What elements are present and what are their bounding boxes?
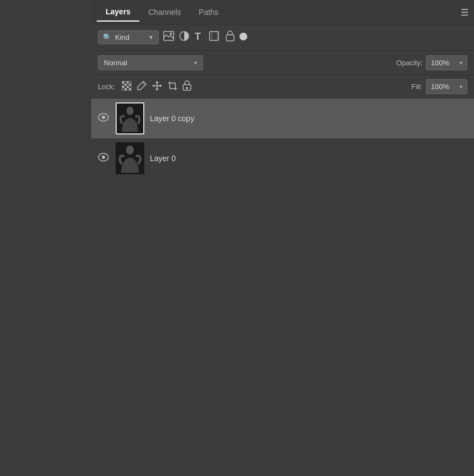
- tabs-bar: Layers Channels Paths ☰: [91, 0, 474, 24]
- svg-point-20: [127, 107, 134, 115]
- left-sidebar: [0, 0, 91, 476]
- svg-rect-10: [129, 84, 131, 86]
- opacity-label: Opacity:: [396, 59, 423, 67]
- svg-rect-14: [129, 88, 131, 90]
- svg-point-24: [126, 146, 134, 154]
- lock-artboard-icon[interactable]: [167, 80, 178, 94]
- svg-text:T: T: [195, 31, 201, 42]
- opacity-chevron-icon: ▾: [460, 60, 462, 66]
- layer-thumbnail: [116, 142, 144, 174]
- fill-section: Fill: 100% ▾: [412, 79, 467, 94]
- circle-indicator: [239, 33, 247, 40]
- opacity-value: 100%: [431, 59, 449, 67]
- shape-filter-icon[interactable]: [209, 30, 221, 44]
- search-icon: 🔍: [103, 33, 112, 42]
- kind-filter-dropdown[interactable]: 🔍 Kind ▼: [98, 30, 159, 44]
- lock-position-icon[interactable]: [152, 80, 163, 94]
- visibility-eye-icon[interactable]: [97, 113, 110, 125]
- svg-point-18: [102, 116, 105, 119]
- blend-mode-dropdown[interactable]: Normal ▾: [98, 55, 203, 70]
- tab-paths[interactable]: Paths: [190, 3, 227, 21]
- lock-image-pixels-icon[interactable]: [136, 80, 147, 94]
- tab-layers[interactable]: Layers: [97, 3, 139, 22]
- svg-point-22: [102, 156, 105, 159]
- svg-rect-9: [124, 84, 127, 86]
- kind-chevron-icon: ▼: [148, 34, 154, 40]
- opacity-section: Opacity: 100% ▾: [396, 55, 467, 70]
- svg-point-1: [170, 33, 172, 35]
- layer-name: Layer 0: [150, 154, 176, 163]
- svg-point-16: [186, 87, 188, 89]
- panel-container: Layers Channels Paths ☰ 🔍 Kind ▼: [91, 0, 474, 476]
- visibility-eye-icon[interactable]: [97, 153, 110, 164]
- fill-value: 100%: [431, 82, 449, 91]
- fill-chevron-icon: ▾: [460, 84, 462, 90]
- circle-filter-icon[interactable]: [239, 32, 247, 43]
- layer-thumbnail: [116, 102, 144, 134]
- layer-name: Layer 0 copy: [150, 114, 194, 123]
- filter-bar: 🔍 Kind ▼ T: [91, 24, 474, 51]
- svg-rect-7: [122, 81, 124, 84]
- svg-rect-5: [226, 35, 234, 41]
- layers-list: Layer 0 copy Layer 0: [91, 99, 474, 476]
- lock-filter-icon[interactable]: [225, 30, 235, 45]
- lock-transparent-icon[interactable]: [122, 81, 132, 93]
- blend-mode-value: Normal: [104, 59, 127, 67]
- type-filter-icon[interactable]: T: [194, 30, 204, 44]
- tab-channels[interactable]: Channels: [139, 3, 190, 21]
- svg-rect-11: [122, 86, 124, 88]
- opacity-dropdown[interactable]: 100% ▾: [426, 55, 467, 70]
- image-filter-icon[interactable]: [163, 31, 174, 44]
- layer-item[interactable]: Layer 0 copy: [91, 99, 474, 138]
- lock-icons-group: [122, 80, 191, 94]
- blend-bar: Normal ▾ Opacity: 100% ▾: [91, 51, 474, 75]
- blend-mode-chevron-icon: ▾: [194, 60, 197, 66]
- lock-bar: Lock:: [91, 75, 474, 99]
- filter-icons-group: T: [163, 30, 247, 45]
- fill-dropdown[interactable]: 100% ▾: [426, 79, 467, 94]
- kind-dropdown-label: Kind: [115, 33, 129, 42]
- svg-rect-8: [127, 81, 129, 84]
- layer-item[interactable]: Layer 0: [91, 138, 474, 178]
- panel-menu-icon[interactable]: ☰: [461, 7, 468, 17]
- svg-rect-13: [124, 88, 127, 90]
- adjustment-filter-icon[interactable]: [179, 30, 190, 44]
- svg-rect-12: [127, 86, 129, 88]
- lock-label: Lock:: [98, 82, 115, 91]
- fill-label: Fill:: [412, 82, 423, 91]
- lock-all-icon[interactable]: [183, 80, 191, 94]
